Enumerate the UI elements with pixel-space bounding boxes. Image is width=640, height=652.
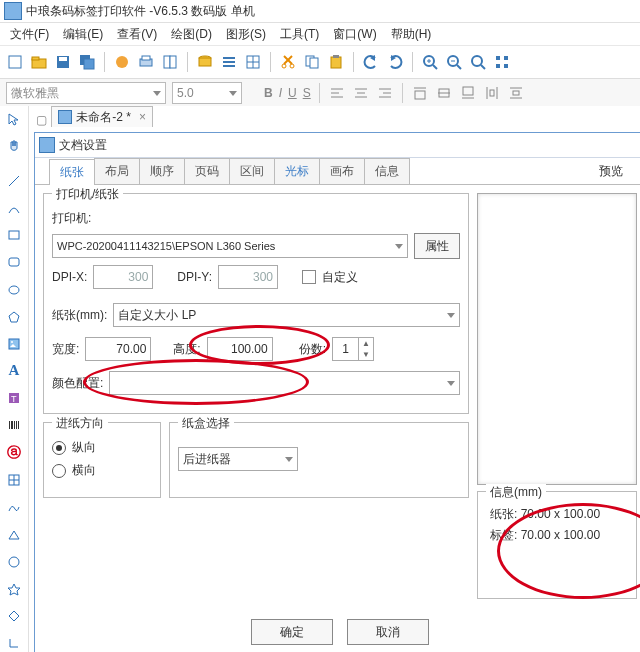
svg-rect-54	[463, 87, 473, 95]
strike-button[interactable]: S	[303, 86, 311, 100]
printer-combo[interactable]: WPC-20200411143215\EPSON L360 Series	[52, 234, 408, 258]
polygon-icon[interactable]	[5, 308, 23, 325]
spin-up-icon[interactable]: ▲	[359, 338, 373, 349]
zoomin-icon[interactable]	[421, 53, 439, 71]
height-label: 高度:	[173, 341, 200, 358]
tab-range[interactable]: 区间	[229, 158, 275, 184]
align-center-icon[interactable]	[352, 84, 370, 102]
menu-draw[interactable]: 绘图(D)	[165, 24, 218, 45]
tab-order[interactable]: 顺序	[139, 158, 185, 184]
circle-icon[interactable]	[5, 553, 23, 570]
star-icon[interactable]	[5, 581, 23, 598]
fontsize-combo[interactable]: 5.0	[172, 82, 242, 104]
landscape-radio[interactable]	[52, 464, 66, 478]
dpi-y-field[interactable]: 300	[218, 265, 278, 289]
valign-top-icon[interactable]	[411, 84, 429, 102]
richtext-icon[interactable]: T	[5, 390, 23, 407]
redo-icon[interactable]	[386, 53, 404, 71]
rect-icon[interactable]	[5, 227, 23, 244]
list-icon[interactable]	[220, 53, 238, 71]
svg-point-22	[282, 64, 286, 68]
height-field[interactable]: 100.00	[207, 337, 273, 361]
font-combo[interactable]: 微软雅黑	[6, 82, 166, 104]
diamond-icon[interactable]	[5, 608, 23, 625]
cut-icon[interactable]	[279, 53, 297, 71]
grid-icon[interactable]	[244, 53, 262, 71]
line-icon[interactable]	[5, 172, 23, 189]
freeline-icon[interactable]	[5, 499, 23, 516]
doc-settings-icon[interactable]	[113, 53, 131, 71]
menu-edit[interactable]: 编辑(E)	[57, 24, 109, 45]
tab-layout[interactable]: 布局	[94, 158, 140, 184]
portrait-radio[interactable]	[52, 441, 66, 455]
cancel-button[interactable]: 取消	[347, 619, 429, 645]
italic-button[interactable]: I	[279, 86, 282, 100]
chevron-down-icon	[447, 381, 455, 386]
copies-spinner[interactable]: 1 ▲▼	[332, 337, 374, 361]
align-right-icon[interactable]	[376, 84, 394, 102]
paper-combo[interactable]: 自定义大小 LP	[113, 303, 460, 327]
tab-paper[interactable]: 纸张	[49, 159, 95, 185]
copy-icon[interactable]	[303, 53, 321, 71]
svg-rect-15	[223, 61, 235, 63]
valign-bottom-icon[interactable]	[459, 84, 477, 102]
copies-value: 1	[333, 338, 358, 360]
svg-rect-67	[9, 339, 19, 349]
align-left-icon[interactable]	[328, 84, 346, 102]
angle-icon[interactable]	[5, 635, 23, 652]
tab-page[interactable]: 页码	[184, 158, 230, 184]
underline-button[interactable]: U	[288, 86, 297, 100]
pointer-icon[interactable]	[5, 110, 23, 127]
custom-dpi-checkbox[interactable]	[302, 270, 316, 284]
triangle-icon[interactable]	[5, 526, 23, 543]
undo-icon[interactable]	[362, 53, 380, 71]
curve-icon[interactable]	[5, 199, 23, 216]
saveall-icon[interactable]	[78, 53, 96, 71]
svg-point-35	[472, 56, 482, 66]
spin-down-icon[interactable]: ▼	[359, 349, 373, 360]
document-tab[interactable]: 未命名-2 * ×	[51, 106, 153, 127]
menu-view[interactable]: 查看(V)	[111, 24, 163, 45]
toolbar-sep	[104, 52, 105, 72]
database-icon[interactable]	[196, 53, 214, 71]
dpi-x-field[interactable]: 300	[93, 265, 153, 289]
valign-mid-icon[interactable]	[435, 84, 453, 102]
tray-combo[interactable]: 后进纸器	[178, 447, 298, 471]
print-preview-icon[interactable]	[161, 53, 179, 71]
zoomfit-icon[interactable]	[469, 53, 487, 71]
width-field[interactable]: 70.00	[85, 337, 151, 361]
tab-info[interactable]: 信息	[364, 158, 410, 184]
menu-tools[interactable]: 工具(T)	[274, 24, 325, 45]
properties-button[interactable]: 属性	[414, 233, 460, 259]
doc-tab-collapse-icon[interactable]: ▢	[34, 113, 48, 127]
color-profile-combo[interactable]	[109, 371, 460, 395]
close-icon[interactable]: ×	[139, 110, 146, 124]
svg-rect-11	[170, 56, 176, 68]
bold-button[interactable]: B	[264, 86, 273, 100]
ok-button[interactable]: 确定	[251, 619, 333, 645]
hand-icon[interactable]	[5, 137, 23, 154]
dist-v-icon[interactable]	[507, 84, 525, 102]
dist-h-icon[interactable]	[483, 84, 501, 102]
zoomout-icon[interactable]	[445, 53, 463, 71]
menu-shape[interactable]: 图形(S)	[220, 24, 272, 45]
variable-icon[interactable]: ⓐ	[5, 444, 23, 462]
dialog-titlebar[interactable]: 文档设置	[35, 133, 640, 158]
grid-toggle-icon[interactable]	[493, 53, 511, 71]
open-icon[interactable]	[30, 53, 48, 71]
barcode-icon[interactable]	[5, 417, 23, 434]
table-icon[interactable]	[5, 472, 23, 489]
new-icon[interactable]	[6, 53, 24, 71]
save-icon[interactable]	[54, 53, 72, 71]
menu-help[interactable]: 帮助(H)	[385, 24, 438, 45]
paste-icon[interactable]	[327, 53, 345, 71]
tab-canvas[interactable]: 画布	[319, 158, 365, 184]
menu-window[interactable]: 窗口(W)	[327, 24, 382, 45]
print-icon[interactable]	[137, 53, 155, 71]
ellipse-icon[interactable]	[5, 281, 23, 298]
roundrect-icon[interactable]	[5, 254, 23, 271]
menu-file[interactable]: 文件(F)	[4, 24, 55, 45]
tab-cursor[interactable]: 光标	[274, 158, 320, 184]
image-icon[interactable]	[5, 335, 23, 352]
text-icon[interactable]: A	[5, 362, 23, 379]
